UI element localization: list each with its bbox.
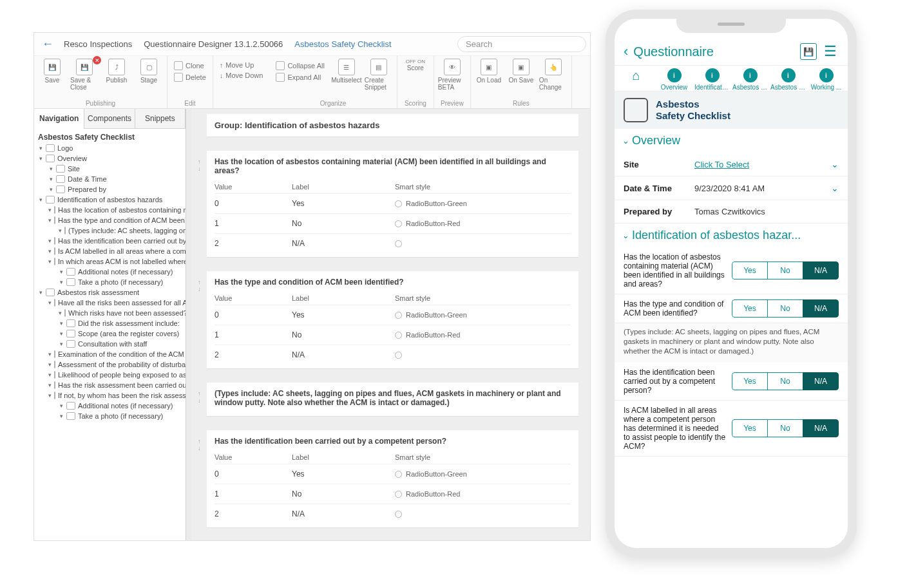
tree-node[interactable]: ▾(Types include: AC sheets, lagging on [34,225,186,236]
segment-yes[interactable]: Yes [732,419,768,437]
segment-n/a[interactable]: N/A [803,372,839,390]
delete-button[interactable]: Delete [174,73,206,82]
move-up-button[interactable]: ↑Move Up [220,61,263,69]
segment-no[interactable]: No [767,299,803,318]
question-card[interactable]: ↑↓(Types include: AC sheets, lagging on … [207,383,578,416]
question-card[interactable]: ↑↓Has the type and condition of ACM been… [207,271,578,368]
segment-n/a[interactable]: N/A [803,299,839,318]
tree-node[interactable]: ▾Which risks have not been assessed? [34,308,186,318]
tree-node[interactable]: ▾If not, by whom has been the risk asses… [34,390,186,401]
stage-button[interactable]: ▢Stage [135,59,163,91]
tree-toggle-icon[interactable]: ▾ [38,145,43,151]
tree-toggle-icon[interactable]: ▾ [59,403,64,409]
tree-node[interactable]: ▾Take a photo (if necessary) [34,277,186,287]
phone-section-ident[interactable]: ⌄Identification of asbestos hazar... [615,223,848,247]
tree-toggle-icon[interactable]: ▾ [48,217,52,223]
drag-arrows-icon[interactable]: ↑↓ [198,390,201,404]
tree-toggle-icon[interactable]: ▾ [48,207,52,213]
move-down-button[interactable]: ↓Move Down [220,71,263,79]
tree-node[interactable]: ▾Did the risk assessment include: [34,318,186,328]
drag-arrows-icon[interactable]: ↑↓ [198,438,201,451]
option-row[interactable]: 2N/A [215,504,571,524]
tree-node[interactable]: ▾Likelihood of people being exposed to a… [34,370,186,380]
segment-yes[interactable]: Yes [732,261,768,280]
breadcrumb-entity[interactable]: Asbestos Safety Checklist [294,39,391,49]
collapse-all-button[interactable]: Collapse All [276,61,324,70]
tree-toggle-icon[interactable]: ▾ [48,248,52,254]
question-card[interactable]: ↑↓Has the location of asbestos containin… [207,151,578,257]
tree-node[interactable]: ▾Prepared by [34,184,186,194]
tab-snippets[interactable]: Snippets [135,109,186,129]
drag-arrows-icon[interactable]: ↑↓ [198,158,201,172]
tree-toggle-icon[interactable]: ▾ [48,238,52,244]
clone-button[interactable]: Clone [174,61,206,70]
tree-toggle-icon[interactable]: ▾ [48,299,52,306]
group-header[interactable]: Group: Identification of asbestos hazard… [207,114,578,137]
tree-node[interactable]: ▾Additional notes (if necessary) [34,401,186,411]
tree-toggle-icon[interactable]: ▾ [48,372,52,378]
breadcrumb-app[interactable]: Resco Inspections [64,39,132,49]
option-row[interactable]: 0YesRadioButton-Green [215,193,571,213]
question-card[interactable]: ↑↓Has the identification been carried ou… [207,430,578,527]
segment-no[interactable]: No [767,261,803,280]
preview-button[interactable]: 👁Preview BETA [438,59,466,91]
tree-toggle-icon[interactable]: ▾ [59,341,64,347]
phone-tab[interactable]: ⌂ [618,68,654,91]
tree-node[interactable]: ▾Scope (area the register covers) [34,328,186,339]
create-snippet-button[interactable]: ▤Create Snippet [365,59,393,91]
segment-no[interactable]: No [767,419,803,437]
option-row[interactable]: 2N/A [215,233,571,253]
tree-node[interactable]: ▾Has the risk assessment been carried ou… [34,380,186,390]
option-row[interactable]: 1NoRadioButton-Red [215,484,571,504]
tab-components[interactable]: Components [84,109,135,129]
phone-save-icon[interactable]: 💾 [800,43,817,60]
tree-toggle-icon[interactable]: ▾ [59,413,64,419]
segment-no[interactable]: No [767,372,803,390]
tree-toggle-icon[interactable]: ▾ [59,330,64,337]
back-arrow-icon[interactable]: ← [42,37,53,51]
canvas[interactable]: Group: Identification of asbestos hazard… [191,109,590,540]
tree-toggle-icon[interactable]: ▾ [38,196,43,203]
option-row[interactable]: 2N/A [215,345,571,365]
publish-button[interactable]: ⤴Publish [102,59,131,91]
tree-toggle-icon[interactable]: ▾ [38,155,43,162]
tree-toggle-icon[interactable]: ▾ [48,186,53,193]
resizer-handle[interactable] [186,109,191,540]
save-close-button[interactable]: 💾✕Save & Close [70,59,99,91]
tree-node[interactable]: ▾Assessment of the probability of distur… [34,359,186,370]
segment-yes[interactable]: Yes [732,299,768,318]
tree-node[interactable]: ▾Has the type and condition of ACM been … [34,215,186,225]
save-button[interactable]: 💾Save [38,59,66,91]
phone-tab[interactable]: iWorking ... [808,68,844,91]
tree-toggle-icon[interactable]: ▾ [59,227,62,234]
drag-arrows-icon[interactable]: ↑↓ [198,279,201,292]
option-row[interactable]: 0YesRadioButton-Green [215,464,571,484]
tree-toggle-icon[interactable]: ▾ [59,320,64,327]
expand-all-button[interactable]: Expand All [276,73,324,82]
tree-toggle-icon[interactable]: ▾ [59,279,64,285]
field-date[interactable]: Date & Time9/23/2020 8:41 AM⌄ [615,176,848,200]
tree-node[interactable]: ▾Site [34,164,186,174]
phone-menu-icon[interactable]: ☰ [822,43,839,60]
phone-back-icon[interactable]: ‹ [624,43,628,60]
tree-toggle-icon[interactable]: ▾ [48,382,52,388]
tree-toggle-icon[interactable]: ▾ [48,176,53,182]
multiselect-button[interactable]: ☰Multiselect [332,59,361,91]
breadcrumb-designer[interactable]: Questionnaire Designer 13.1.2.50066 [144,39,283,49]
segment-n/a[interactable]: N/A [803,261,839,280]
tree-node[interactable]: ▾Additional notes (if necessary) [34,267,186,277]
option-row[interactable]: 1NoRadioButton-Red [215,213,571,233]
phone-tab[interactable]: iOverview [656,68,692,91]
tree-node[interactable]: ▾Asbestos risk assessment [34,287,186,298]
nav-tree[interactable]: ▾Logo▾Overview▾Site▾Date & Time▾Prepared… [34,143,186,540]
option-row[interactable]: 0YesRadioButton-Green [215,305,571,325]
phone-section-overview[interactable]: ⌄Overview [615,129,848,153]
tree-node[interactable]: ▾Have all the risks been assessed for al… [34,298,186,308]
segment-yes[interactable]: Yes [732,372,768,390]
tree-node[interactable]: ▾Logo [34,143,186,153]
onload-button[interactable]: ▣On Load [475,59,503,91]
tree-node[interactable]: ▾Date & Time [34,174,186,184]
tree-node[interactable]: ▾In which areas ACM is not labelled wher… [34,256,186,267]
tree-toggle-icon[interactable]: ▾ [48,361,52,368]
tree-toggle-icon[interactable]: ▾ [59,310,62,316]
